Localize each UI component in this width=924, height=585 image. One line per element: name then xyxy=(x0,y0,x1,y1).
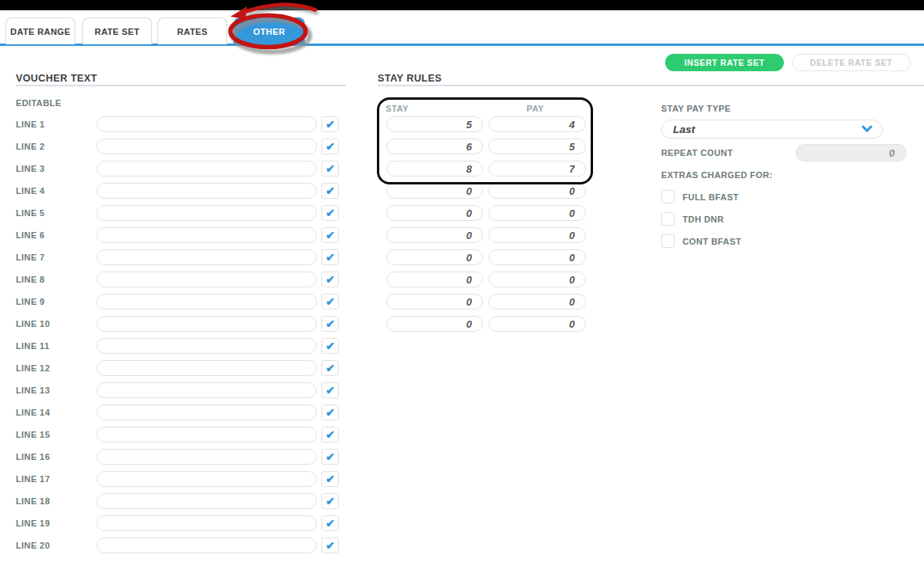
stay-column-header: STAY xyxy=(386,104,409,113)
stay-pay-type-value: Last xyxy=(662,123,861,135)
voucher-line-checkbox[interactable]: ✔ xyxy=(321,116,339,132)
voucher-line-input[interactable] xyxy=(97,449,317,465)
voucher-text-title: VOUCHER TEXT xyxy=(16,73,97,84)
voucher-line-checkbox[interactable]: ✔ xyxy=(321,294,339,310)
voucher-section-divider xyxy=(16,85,346,86)
extra-checkbox-label: FULL BFAST xyxy=(683,192,739,202)
voucher-line-input[interactable] xyxy=(97,183,317,199)
voucher-line-label: LINE 5 xyxy=(16,208,45,218)
voucher-line-checkbox[interactable]: ✔ xyxy=(321,183,339,199)
voucher-line-checkbox[interactable]: ✔ xyxy=(321,471,339,487)
stay-input[interactable] xyxy=(386,272,483,287)
stay-input[interactable] xyxy=(386,161,483,177)
pay-input[interactable] xyxy=(489,316,586,332)
voucher-line-checkbox[interactable]: ✔ xyxy=(321,382,339,398)
stay-rules-title: STAY RULES xyxy=(378,73,442,84)
voucher-line-input[interactable] xyxy=(97,161,317,177)
pay-input[interactable] xyxy=(489,205,586,221)
voucher-line-label: LINE 7 xyxy=(16,253,45,262)
stay-input[interactable] xyxy=(386,227,483,243)
pay-input[interactable] xyxy=(489,272,586,287)
voucher-line-input[interactable] xyxy=(97,227,317,243)
pay-input[interactable] xyxy=(489,139,586,154)
voucher-line-checkbox[interactable]: ✔ xyxy=(321,493,339,509)
voucher-line-input[interactable] xyxy=(97,405,317,420)
voucher-line-label: LINE 10 xyxy=(16,319,50,329)
insert-rate-set-button[interactable]: INSERT RATE SET xyxy=(665,54,784,71)
voucher-line-checkbox[interactable]: ✔ xyxy=(321,272,339,287)
voucher-line-checkbox[interactable]: ✔ xyxy=(321,449,339,465)
voucher-line-checkbox[interactable]: ✔ xyxy=(321,405,339,420)
tab-date-range[interactable]: DATE RANGE xyxy=(6,17,75,44)
stay-pay-type-select[interactable]: Last xyxy=(661,120,883,139)
voucher-line-input[interactable] xyxy=(97,493,317,509)
voucher-line-checkbox[interactable]: ✔ xyxy=(321,515,339,531)
voucher-line-input[interactable] xyxy=(97,360,317,376)
tab-other[interactable]: OTHER xyxy=(234,17,305,44)
stay-input[interactable] xyxy=(386,294,483,310)
voucher-line-label: LINE 18 xyxy=(16,496,50,506)
voucher-line-input[interactable] xyxy=(97,538,317,553)
voucher-line-input[interactable] xyxy=(97,471,317,487)
voucher-line-input[interactable] xyxy=(97,249,317,265)
voucher-line-label: LINE 16 xyxy=(16,452,50,462)
voucher-line-input[interactable] xyxy=(97,427,317,443)
voucher-line-input[interactable] xyxy=(97,139,317,154)
voucher-line-input[interactable] xyxy=(97,338,317,354)
voucher-line-checkbox[interactable]: ✔ xyxy=(321,161,339,177)
voucher-line-label: LINE 12 xyxy=(16,363,50,373)
stay-input[interactable] xyxy=(386,249,483,265)
voucher-line-label: LINE 11 xyxy=(16,341,50,351)
voucher-line-checkbox[interactable]: ✔ xyxy=(321,316,339,332)
voucher-line-label: LINE 14 xyxy=(16,408,50,417)
voucher-line-input[interactable] xyxy=(97,205,317,221)
pay-input[interactable] xyxy=(489,116,586,132)
stay-input[interactable] xyxy=(386,116,483,132)
repeat-count-input[interactable] xyxy=(796,144,907,161)
pay-input[interactable] xyxy=(489,227,586,243)
voucher-line-checkbox[interactable]: ✔ xyxy=(321,538,339,553)
voucher-line-checkbox[interactable]: ✔ xyxy=(321,427,339,443)
voucher-line-checkbox[interactable]: ✔ xyxy=(321,205,339,221)
voucher-line-label: LINE 8 xyxy=(16,275,45,284)
pay-input[interactable] xyxy=(489,161,586,177)
voucher-line-input[interactable] xyxy=(97,272,317,287)
stay-input[interactable] xyxy=(386,183,483,199)
voucher-line-label: LINE 4 xyxy=(16,186,45,196)
repeat-count-label: REPEAT COUNT xyxy=(661,148,733,158)
voucher-line-checkbox[interactable]: ✔ xyxy=(321,227,339,243)
stay-pay-type-label: STAY PAY TYPE xyxy=(661,104,731,113)
stay-input[interactable] xyxy=(386,139,483,154)
delete-rate-set-button[interactable]: DELETE RATE SET xyxy=(792,54,911,71)
stay-input[interactable] xyxy=(386,205,483,221)
voucher-line-input[interactable] xyxy=(97,515,317,531)
voucher-line-input[interactable] xyxy=(97,316,317,332)
voucher-line-checkbox[interactable]: ✔ xyxy=(321,249,339,265)
voucher-line-checkbox[interactable]: ✔ xyxy=(321,139,339,154)
pay-input[interactable] xyxy=(489,249,586,265)
pay-column-header: PAY xyxy=(527,104,544,113)
pay-input[interactable] xyxy=(489,183,586,199)
voucher-line-label: LINE 13 xyxy=(16,386,50,395)
voucher-line-checkbox[interactable]: ✔ xyxy=(321,338,339,354)
voucher-line-label: LINE 19 xyxy=(16,519,50,528)
extra-checkbox-cont-bfast[interactable] xyxy=(661,234,675,248)
stay-input[interactable] xyxy=(386,316,483,332)
voucher-line-checkbox[interactable]: ✔ xyxy=(321,360,339,376)
extra-checkbox-label: CONT BFAST xyxy=(683,237,741,246)
pay-input[interactable] xyxy=(489,294,586,310)
voucher-line-input[interactable] xyxy=(97,116,317,132)
tab-rates[interactable]: RATES xyxy=(158,17,227,44)
extra-checkbox-label: TDH DNR xyxy=(683,215,724,224)
editable-label: EDITABLE xyxy=(16,98,61,108)
extras-charged-for-label: EXTRAS CHARGED FOR: xyxy=(661,170,773,180)
extra-checkbox-tdh-dnr[interactable] xyxy=(661,212,675,226)
voucher-line-label: LINE 1 xyxy=(16,120,45,129)
extra-checkbox-full-bfast[interactable] xyxy=(661,190,675,203)
voucher-line-label: LINE 15 xyxy=(16,430,50,439)
top-black-bar xyxy=(0,0,924,10)
voucher-line-input[interactable] xyxy=(97,294,317,310)
voucher-line-input[interactable] xyxy=(97,382,317,398)
chevron-down-icon xyxy=(861,125,882,133)
tab-rate-set[interactable]: RATE SET xyxy=(82,17,152,44)
